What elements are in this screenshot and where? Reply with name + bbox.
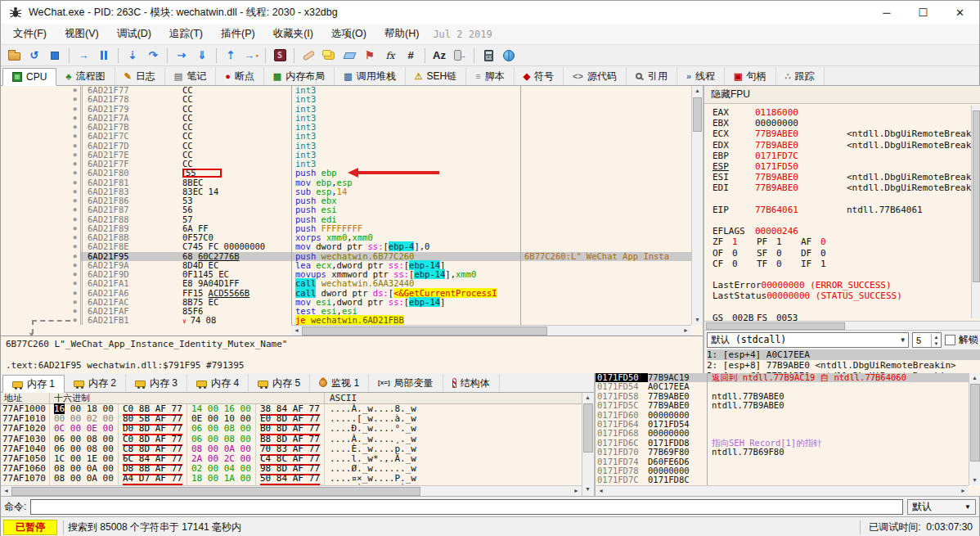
scroll-left-icon[interactable]: ◄ <box>1 486 11 496</box>
stepper-arrows-icon[interactable]: ▲▼ <box>931 334 941 347</box>
tab-符号[interactable]: ◆符号 <box>515 67 564 85</box>
tab-内存 3[interactable]: 内存 3 <box>126 374 187 392</box>
disasm-row[interactable]: ●6AD21F8756push esi <box>1 205 691 214</box>
tab-监视 1[interactable]: 监视 1 <box>310 374 369 392</box>
pause-button[interactable] <box>94 47 114 65</box>
tab-线程[interactable]: »线程 <box>677 67 725 85</box>
tab-局部变量[interactable]: [x=]局部变量 <box>369 374 443 392</box>
menu-item[interactable]: 选项(O) <box>322 25 375 43</box>
menu-item[interactable]: 文件(F) <box>4 25 56 43</box>
tab-句柄[interactable]: ▣句柄 <box>725 67 775 85</box>
scroll-right-icon[interactable]: ► <box>681 326 691 336</box>
argument-count-stepper[interactable]: 5 ▲▼ <box>912 332 942 348</box>
dump-horizontal-scrollbar[interactable]: ◄ ► <box>1 485 582 496</box>
tab-内存 2[interactable]: 内存 2 <box>65 374 126 392</box>
scroll-right-icon[interactable]: ► <box>571 486 582 496</box>
hide-fpu-button[interactable]: 隐藏FPU <box>704 86 980 104</box>
minimize-button[interactable]: ─ <box>883 7 890 18</box>
menu-item[interactable]: 调试(D) <box>108 25 160 43</box>
tab-内存 4[interactable]: 内存 4 <box>187 374 249 392</box>
register-row[interactable]: CF0TF0IF1 <box>713 259 980 269</box>
calculator-button[interactable] <box>479 47 498 65</box>
scroll-up-icon[interactable]: ▲ <box>692 86 703 96</box>
tab-结构体[interactable]: 结构体 <box>443 374 500 392</box>
globe-button[interactable] <box>499 47 519 65</box>
functions-button[interactable]: fx <box>380 47 400 65</box>
tab-流程图[interactable]: ♣流程图 <box>56 67 115 85</box>
disassembly-vertical-scrollbar[interactable]: ▲ ▼ <box>691 86 703 325</box>
tab-日志[interactable]: ✎日志 <box>115 67 165 85</box>
register-row[interactable]: ECX77B9ABE0<ntdll.DbgUiRemoteBreakin> <box>713 128 980 139</box>
device-button[interactable] <box>450 47 470 65</box>
register-row[interactable]: EIP77B64061ntdll.77B64061 <box>713 205 980 215</box>
menu-item[interactable]: 追踪(T) <box>160 25 212 43</box>
register-row[interactable]: OF0SF0DF0 <box>713 248 980 259</box>
scroll-right-icon[interactable]: ► <box>958 486 969 496</box>
registers-horizontal-scrollbar[interactable] <box>704 321 980 331</box>
step-into-button[interactable]: ⇣ <box>123 47 142 65</box>
register-row[interactable]: ZF1PF1AF0 <box>713 236 980 247</box>
hash-button[interactable]: # <box>401 47 420 65</box>
dump-row[interactable]: 77AF103006 00 08 00C0 8D AF 7706 00 08 0… <box>1 435 594 444</box>
register-row[interactable]: EDI77B9ABE0<ntdll.DbgUiRemoteBreakin> <box>713 182 980 193</box>
case-button[interactable]: Az <box>429 47 449 65</box>
dump-row[interactable]: 77AF10200C 00 0E 00D0 8D AF 7706 00 08 0… <box>1 424 594 434</box>
dump-vertical-scrollbar[interactable]: ▲ ▼ <box>582 393 594 496</box>
step-out-button[interactable]: ⇡ <box>221 47 241 65</box>
register-row[interactable]: EBP0171FD7C <box>713 151 980 161</box>
scroll-thumb[interactable] <box>302 327 547 336</box>
scroll-up-icon[interactable]: ▲ <box>582 393 593 403</box>
disassembly-horizontal-scrollbar[interactable]: ◄ ► <box>291 325 691 336</box>
step-over-button[interactable]: ↷ <box>143 47 163 65</box>
scylla-button[interactable]: S <box>270 47 290 65</box>
disasm-row[interactable]: ●6AD21F78CCint3 <box>1 95 691 104</box>
stack-row[interactable]: 0171FD7C0171FD8C <box>596 475 969 484</box>
scroll-left-icon[interactable]: ◄ <box>291 326 302 336</box>
register-row[interactable]: GS002BFS0053 <box>713 313 980 321</box>
scroll-down-icon[interactable]: ▼ <box>582 484 593 494</box>
menu-item[interactable]: 收藏夹(I) <box>264 25 322 43</box>
register-row[interactable]: ESP0171FD50 <box>713 161 980 172</box>
tab-内存 5[interactable]: 内存 5 <box>249 374 310 392</box>
scroll-thumb[interactable] <box>693 97 702 132</box>
register-row[interactable]: EBX00000000 <box>713 118 980 128</box>
stack-row[interactable]: 0171FD7077B69F80ntdll.77B69F80 <box>596 448 969 457</box>
tab-笔记[interactable]: ▤笔记 <box>165 67 216 85</box>
tab-SEH链[interactable]: ⚠SEH链 <box>406 67 467 85</box>
menu-item[interactable]: 插件(P) <box>212 25 264 43</box>
patches-button[interactable] <box>299 47 318 65</box>
tab-源代码[interactable]: <>源代码 <box>564 67 627 85</box>
argument-row[interactable]: 2: [esp+8] 77B9ABE0 <ntdll.DbgUiRemoteBr… <box>707 360 980 371</box>
scroll-up-icon[interactable]: ▲ <box>969 373 980 383</box>
register-row[interactable]: EAX01186000 <box>713 107 980 118</box>
calling-convention-select[interactable]: 默认 (stdcall) ▼ <box>707 332 909 348</box>
stack-horizontal-scrollbar[interactable]: ◄ ► <box>596 485 969 496</box>
dump-row[interactable]: 77AF107008 00 0A 00A4 D7 AF 7718 00 1A 0… <box>1 474 594 484</box>
bookmarks-button[interactable]: ⚑ <box>360 47 380 65</box>
argument-row[interactable]: 1: [esp+4] A0C17EEA <box>707 349 980 360</box>
scroll-left-icon[interactable]: ◄ <box>596 486 606 496</box>
scroll-down-icon[interactable]: ▼ <box>692 315 703 325</box>
tab-内存 1[interactable]: 内存 1 <box>2 375 65 393</box>
tab-引用[interactable]: 引用 <box>627 67 677 85</box>
maximize-button[interactable]: ☐ <box>918 7 928 18</box>
tab-脚本[interactable]: ≡脚本 <box>466 67 514 85</box>
tab-CPU[interactable]: CPU <box>2 68 56 86</box>
open-file-button[interactable] <box>4 47 24 65</box>
register-row[interactable]: EFLAGS00000246 <box>713 226 980 236</box>
comments-button[interactable] <box>319 47 339 65</box>
tab-跟踪[interactable]: ∴跟踪 <box>776 67 825 85</box>
command-input[interactable] <box>30 499 903 515</box>
restart-button[interactable]: ↺ <box>25 47 44 65</box>
execute-till-return-button[interactable]: ⇓ <box>192 47 212 65</box>
labels-button[interactable] <box>339 47 359 65</box>
register-row[interactable]: LastStatus00000000 (STATUS_SUCCESS) <box>713 291 980 301</box>
stop-button[interactable] <box>45 47 65 65</box>
run-until-button[interactable]: ⇢ <box>172 47 191 65</box>
disasm-row[interactable]: ●6AD21FB1∨ 74 08je wechatwin.6AD21FBB <box>1 316 691 325</box>
menu-item[interactable]: 帮助(H) <box>375 25 428 43</box>
tab-内存布局[interactable]: ▦内存布局 <box>264 67 335 85</box>
registers-vertical-scrollbar[interactable] <box>971 106 980 318</box>
stack-vertical-scrollbar[interactable]: ▲ ▼ <box>969 373 980 485</box>
disasm-row[interactable]: ●6AD21F7CCCint3 <box>1 132 691 141</box>
